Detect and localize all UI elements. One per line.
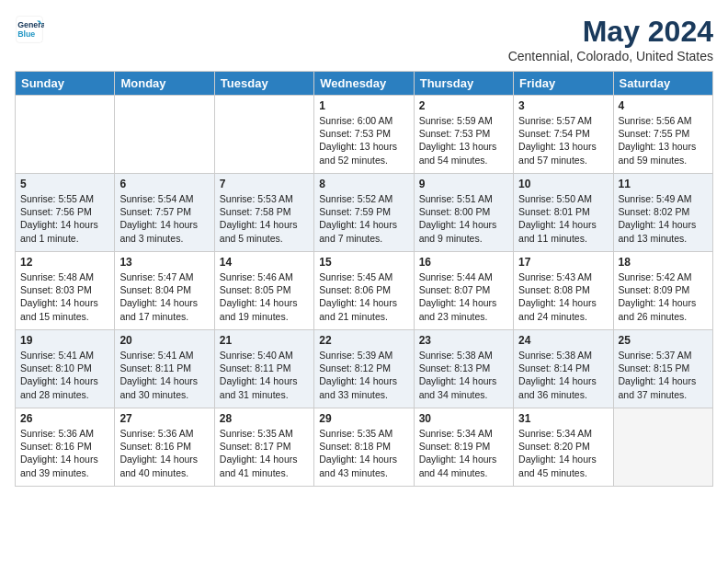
sunset-text: Sunset: 8:05 PM — [220, 284, 291, 295]
sunset-text: Sunset: 8:10 PM — [20, 362, 92, 373]
calendar-day: 21Sunrise: 5:40 AMSunset: 8:11 PMDayligh… — [214, 330, 313, 408]
day-info: Sunrise: 5:53 AMSunset: 7:58 PMDaylight:… — [220, 192, 309, 245]
calendar-day: 17Sunrise: 5:43 AMSunset: 8:08 PMDayligh… — [514, 252, 613, 330]
svg-text:Blue: Blue — [17, 29, 35, 39]
sunset-text: Sunset: 7:58 PM — [220, 206, 291, 217]
day-info: Sunrise: 5:41 AMSunset: 8:11 PMDaylight:… — [119, 349, 209, 401]
day-info: Sunrise: 5:38 AMSunset: 8:14 PMDaylight:… — [518, 349, 608, 401]
sunset-text: Sunset: 8:02 PM — [619, 206, 690, 217]
sunset-text: Sunset: 8:09 PM — [619, 284, 690, 295]
sunrise-text: Sunrise: 6:00 AM — [319, 115, 392, 126]
sunrise-text: Sunrise: 5:54 AM — [119, 193, 193, 204]
day-info: Sunrise: 5:41 AMSunset: 8:10 PMDaylight:… — [20, 349, 109, 401]
calendar-day: 19Sunrise: 5:41 AMSunset: 8:10 PMDayligh… — [16, 330, 115, 408]
calendar-day: 1Sunrise: 6:00 AMSunset: 7:53 PMDaylight… — [314, 96, 414, 174]
logo-icon: General Blue — [15, 15, 44, 44]
calendar-day: 8Sunrise: 5:52 AMSunset: 7:59 PMDaylight… — [314, 174, 414, 252]
day-info: Sunrise: 5:59 AMSunset: 7:53 PMDaylight:… — [419, 114, 508, 167]
daylight-text: Daylight: 14 hours and 41 minutes. — [220, 454, 298, 477]
calendar-header-friday: Friday — [514, 72, 613, 96]
daylight-text: Daylight: 14 hours and 30 minutes. — [119, 375, 198, 399]
day-info: Sunrise: 5:44 AMSunset: 8:07 PMDaylight:… — [419, 270, 508, 323]
day-number: 9 — [419, 178, 508, 190]
calendar-week-row: 19Sunrise: 5:41 AMSunset: 8:10 PMDayligh… — [16, 330, 713, 408]
sunrise-text: Sunrise: 5:42 AM — [619, 271, 692, 282]
day-info: Sunrise: 5:40 AMSunset: 8:11 PMDaylight:… — [220, 349, 309, 401]
day-number: 26 — [20, 412, 109, 425]
daylight-text: Daylight: 14 hours and 26 minutes. — [619, 297, 697, 321]
sunset-text: Sunset: 8:03 PM — [20, 284, 92, 295]
sunrise-text: Sunrise: 5:59 AM — [419, 115, 493, 126]
day-info: Sunrise: 5:54 AMSunset: 7:57 PMDaylight:… — [119, 192, 209, 245]
sunrise-text: Sunrise: 5:49 AM — [619, 193, 692, 204]
sunset-text: Sunset: 8:17 PM — [220, 441, 291, 452]
day-number: 13 — [119, 256, 209, 269]
day-info: Sunrise: 5:52 AMSunset: 7:59 PMDaylight:… — [319, 192, 408, 245]
sunset-text: Sunset: 8:08 PM — [518, 284, 590, 295]
day-number: 6 — [119, 178, 209, 190]
calendar-day: 18Sunrise: 5:42 AMSunset: 8:09 PMDayligh… — [613, 252, 712, 330]
sunrise-text: Sunrise: 5:50 AM — [518, 193, 592, 204]
day-number: 29 — [319, 412, 408, 425]
day-number: 4 — [619, 99, 708, 112]
sunset-text: Sunset: 8:07 PM — [419, 284, 491, 295]
sunrise-text: Sunrise: 5:41 AM — [20, 350, 94, 361]
sunset-text: Sunset: 8:20 PM — [518, 441, 590, 452]
calendar-week-row: 12Sunrise: 5:48 AMSunset: 8:03 PMDayligh… — [16, 252, 713, 330]
sunrise-text: Sunrise: 5:53 AM — [220, 193, 293, 204]
calendar-day: 3Sunrise: 5:57 AMSunset: 7:54 PMDaylight… — [514, 96, 613, 174]
sunrise-text: Sunrise: 5:37 AM — [619, 350, 692, 361]
daylight-text: Daylight: 14 hours and 5 minutes. — [220, 219, 298, 243]
calendar-day — [613, 408, 712, 487]
day-number: 8 — [319, 178, 408, 190]
daylight-text: Daylight: 14 hours and 44 minutes. — [419, 454, 497, 477]
calendar-day: 25Sunrise: 5:37 AMSunset: 8:15 PMDayligh… — [613, 330, 712, 408]
day-info: Sunrise: 5:36 AMSunset: 8:16 PMDaylight:… — [119, 427, 209, 479]
sunset-text: Sunset: 7:53 PM — [419, 128, 491, 139]
daylight-text: Daylight: 14 hours and 36 minutes. — [518, 375, 597, 399]
day-number: 16 — [419, 256, 508, 269]
day-info: Sunrise: 5:38 AMSunset: 8:13 PMDaylight:… — [419, 349, 508, 401]
sunset-text: Sunset: 7:55 PM — [619, 128, 690, 139]
daylight-text: Daylight: 14 hours and 21 minutes. — [319, 297, 397, 321]
calendar-header-monday: Monday — [115, 72, 214, 96]
sunrise-text: Sunrise: 5:43 AM — [518, 271, 592, 282]
daylight-text: Daylight: 14 hours and 43 minutes. — [319, 454, 397, 477]
sunset-text: Sunset: 7:56 PM — [20, 206, 92, 217]
sunset-text: Sunset: 8:11 PM — [119, 362, 191, 373]
sunset-text: Sunset: 7:54 PM — [518, 128, 590, 139]
day-info: Sunrise: 5:51 AMSunset: 8:00 PMDaylight:… — [419, 192, 508, 245]
calendar-day: 28Sunrise: 5:35 AMSunset: 8:17 PMDayligh… — [214, 408, 313, 487]
day-info: Sunrise: 5:45 AMSunset: 8:06 PMDaylight:… — [319, 270, 408, 323]
day-number: 20 — [119, 334, 209, 347]
location: Centennial, Colorado, United States — [508, 49, 713, 63]
daylight-text: Daylight: 14 hours and 17 minutes. — [119, 297, 198, 321]
daylight-text: Daylight: 14 hours and 39 minutes. — [20, 454, 98, 477]
daylight-text: Daylight: 14 hours and 19 minutes. — [220, 297, 298, 321]
page-header: General Blue May 2024 Centennial, Colora… — [15, 15, 713, 63]
daylight-text: Daylight: 14 hours and 9 minutes. — [419, 219, 497, 243]
calendar-day: 6Sunrise: 5:54 AMSunset: 7:57 PMDaylight… — [115, 174, 214, 252]
daylight-text: Daylight: 14 hours and 33 minutes. — [319, 375, 397, 399]
calendar-day: 26Sunrise: 5:36 AMSunset: 8:16 PMDayligh… — [16, 408, 115, 487]
sunset-text: Sunset: 8:18 PM — [319, 441, 391, 452]
calendar-day: 23Sunrise: 5:38 AMSunset: 8:13 PMDayligh… — [414, 330, 513, 408]
sunrise-text: Sunrise: 5:55 AM — [20, 193, 94, 204]
day-number: 31 — [518, 412, 608, 425]
sunrise-text: Sunrise: 5:44 AM — [419, 271, 493, 282]
calendar-day — [115, 96, 214, 174]
daylight-text: Daylight: 13 hours and 59 minutes. — [619, 141, 697, 165]
day-number: 14 — [220, 256, 309, 269]
daylight-text: Daylight: 13 hours and 57 minutes. — [518, 141, 597, 165]
calendar-week-row: 5Sunrise: 5:55 AMSunset: 7:56 PMDaylight… — [16, 174, 713, 252]
sunrise-text: Sunrise: 5:51 AM — [419, 193, 493, 204]
day-number: 25 — [619, 334, 708, 347]
calendar-day — [214, 96, 313, 174]
day-info: Sunrise: 5:46 AMSunset: 8:05 PMDaylight:… — [220, 270, 309, 323]
sunset-text: Sunset: 7:57 PM — [119, 206, 191, 217]
sunset-text: Sunset: 8:14 PM — [518, 362, 590, 373]
day-info: Sunrise: 5:48 AMSunset: 8:03 PMDaylight:… — [20, 270, 109, 323]
day-number: 7 — [220, 178, 309, 190]
sunrise-text: Sunrise: 5:48 AM — [20, 271, 94, 282]
sunrise-text: Sunrise: 5:38 AM — [518, 350, 592, 361]
